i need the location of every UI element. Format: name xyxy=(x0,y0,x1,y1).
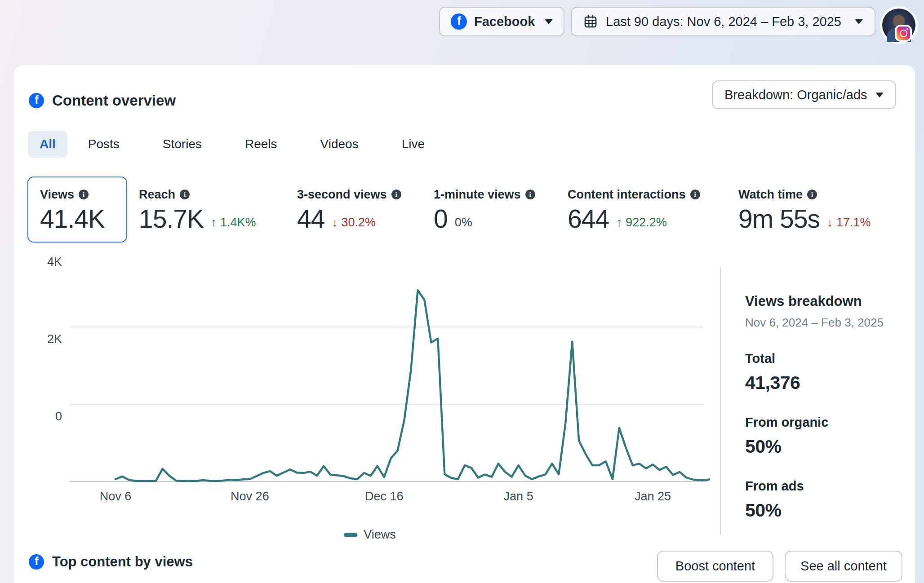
metric-card-1-minute-views[interactable]: 1-minute viewsi00% xyxy=(434,187,535,232)
meta-business-suite-page: Facebook Last 90 days: Nov 6, 2024 – Feb… xyxy=(0,0,924,583)
metric-value: 41.4K xyxy=(40,206,105,232)
metric-label: Views xyxy=(40,188,74,202)
top-content-header: Top content by views xyxy=(29,554,193,570)
metric-label: Watch time xyxy=(738,188,803,202)
from-organic-value: 50% xyxy=(745,436,907,457)
metric-delta: ↑ 922.2% xyxy=(616,216,667,230)
from-organic-label: From organic xyxy=(745,415,907,430)
tab-all[interactable]: All xyxy=(28,131,67,158)
facebook-icon xyxy=(451,13,467,30)
profile-avatar[interactable] xyxy=(882,9,915,42)
views-breakdown-title: Views breakdown xyxy=(745,293,907,309)
metric-value: 15.7K xyxy=(139,206,204,232)
x-axis-label-jan-5: Jan 5 xyxy=(504,490,533,504)
chart-legend: Views xyxy=(344,528,396,542)
metric-value: 9m 55s xyxy=(738,206,820,232)
metric-label: Content interactions xyxy=(568,188,686,202)
y-axis-label-4K: 4K xyxy=(35,255,62,269)
metric-delta: 0% xyxy=(455,216,472,230)
x-axis-label-nov-26: Nov 26 xyxy=(231,490,269,504)
tab-videos[interactable]: Videos xyxy=(309,131,370,158)
views-line-chart xyxy=(63,269,710,487)
views-breakdown-panel: Views breakdown Nov 6, 2024 – Feb 3, 202… xyxy=(745,293,907,521)
info-icon[interactable]: i xyxy=(690,190,700,199)
chevron-down-icon xyxy=(875,93,884,97)
tab-posts[interactable]: Posts xyxy=(76,131,131,158)
info-icon[interactable]: i xyxy=(391,190,401,199)
views-legend-label: Views xyxy=(364,528,396,542)
breakdown-dropdown[interactable]: Breakdown: Organic/ads xyxy=(712,80,896,109)
metric-card-3-second-views[interactable]: 3-second viewsi44↓ 30.2% xyxy=(297,187,401,232)
metric-card-watch-time[interactable]: Watch timei9m 55s↓ 17.1% xyxy=(738,187,871,232)
metric-card-reach[interactable]: Reachi15.7K↑ 1.4K% xyxy=(139,187,256,232)
facebook-icon xyxy=(29,93,44,108)
page-title: Content overview xyxy=(52,92,176,109)
tab-stories[interactable]: Stories xyxy=(151,131,213,158)
platform-selector-button[interactable]: Facebook xyxy=(439,7,564,36)
chevron-down-icon xyxy=(855,19,863,24)
metric-card-views[interactable]: Viewsi41.4K xyxy=(27,177,127,243)
instagram-badge-icon xyxy=(897,26,910,40)
metric-value: 44 xyxy=(297,206,324,232)
metric-label: 1-minute views xyxy=(434,188,521,202)
from-ads-label: From ads xyxy=(745,479,907,494)
calendar-icon xyxy=(583,14,598,29)
views-legend-dash-icon xyxy=(344,533,357,537)
metric-label: 3-second views xyxy=(297,188,387,202)
vertical-divider xyxy=(720,267,721,535)
views-series-line xyxy=(116,290,710,481)
platform-selector-label: Facebook xyxy=(474,14,535,29)
y-axis-label-2K: 2K xyxy=(35,332,62,346)
content-type-tabs: AllPostsStoriesReelsVideosLive xyxy=(28,131,456,158)
facebook-icon xyxy=(29,554,44,570)
metric-label: Reach xyxy=(139,188,175,202)
tab-live[interactable]: Live xyxy=(390,131,436,158)
content-overview-header: Content overview xyxy=(29,92,176,109)
metric-card-content-interactions[interactable]: Content interactionsi644↑ 922.2% xyxy=(568,187,700,232)
info-icon[interactable]: i xyxy=(79,190,89,199)
metric-value: 0 xyxy=(434,206,448,232)
metric-delta: ↓ 17.1% xyxy=(827,216,871,230)
breakdown-dropdown-label: Breakdown: Organic/ads xyxy=(724,88,867,102)
date-range-label: Last 90 days: Nov 6, 2024 – Feb 3, 2025 xyxy=(606,14,841,29)
avatar-photo xyxy=(893,15,905,27)
total-value: 41,376 xyxy=(745,372,907,393)
tab-reels[interactable]: Reels xyxy=(233,131,289,158)
info-icon[interactable]: i xyxy=(180,190,190,199)
content-overview-card: Content overview Breakdown: Organic/ads … xyxy=(14,65,915,583)
x-axis-label-dec-16: Dec 16 xyxy=(365,490,404,504)
date-range-button[interactable]: Last 90 days: Nov 6, 2024 – Feb 3, 2025 xyxy=(571,7,875,36)
from-ads-value: 50% xyxy=(745,500,907,521)
info-icon[interactable]: i xyxy=(525,190,535,199)
x-axis-label-jan-25: Jan 25 xyxy=(635,490,671,504)
metric-delta: ↑ 1.4K% xyxy=(211,216,256,230)
views-breakdown-date-range: Nov 6, 2024 – Feb 3, 2025 xyxy=(745,316,907,330)
total-label: Total xyxy=(745,351,907,366)
y-axis-label-0: 0 xyxy=(35,409,62,424)
boost-content-button[interactable]: Boost content xyxy=(657,551,773,582)
metric-delta: ↓ 30.2% xyxy=(332,216,376,230)
info-icon[interactable]: i xyxy=(807,190,817,199)
metric-value: 644 xyxy=(568,206,609,232)
chevron-down-icon xyxy=(545,19,553,24)
x-axis-label-nov-6: Nov 6 xyxy=(100,490,132,504)
top-content-title: Top content by views xyxy=(52,554,193,570)
see-all-content-button[interactable]: See all content xyxy=(785,551,902,582)
